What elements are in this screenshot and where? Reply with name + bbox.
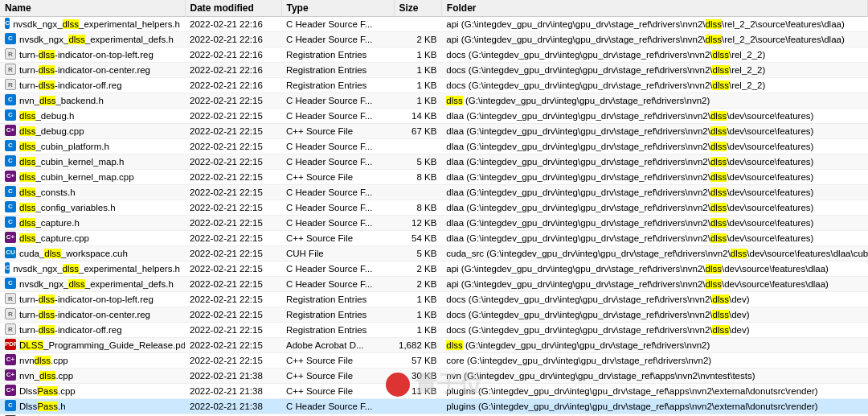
table-row[interactable]: Cnvsdk_ngx_dlss_experimental_defs.h2022-… [0, 277, 868, 292]
size-cell: 5 KB [394, 246, 441, 262]
name-cell: Cnvn_dlss_backend.h [0, 93, 185, 109]
table-row[interactable]: Cdlss_cubin_platform.h2022-02-21 22:15C … [0, 139, 868, 154]
table-row[interactable]: Rturn-dlss-indicator-on-top-left.reg2022… [0, 47, 868, 63]
table-row[interactable]: PDFDLSS_Programming_Guide_Release.pdf202… [0, 338, 868, 353]
type-cell: C Header Source F... [281, 399, 394, 414]
type-cell: C++ Source File [281, 369, 394, 384]
type-cell: C++ Source File [281, 124, 394, 139]
folder-path: core (G:\integdev_gpu_drv\integ\gpu_drv\… [446, 356, 711, 365]
table-row[interactable]: Rturn-dlss-indicator-on-center.reg2022-0… [0, 307, 868, 323]
reg-file-icon: R [5, 79, 16, 90]
folder-cell: dlaa (G:\integdev_gpu_drv\integ\gpu_drv\… [441, 170, 867, 185]
folder-cell: docs (G:\integdev_gpu_drv\integ\gpu_drv\… [441, 47, 867, 63]
filename-text: nvndlss.cpp [19, 356, 68, 365]
filename-text: dlss_capture.cpp [19, 233, 89, 243]
c-file-icon: C [5, 400, 16, 411]
table-row[interactable]: C+nvn_dlss.cpp2022-02-21 21:38C++ Source… [0, 369, 868, 384]
name-cell: Cdlss_config_variables.h [0, 200, 185, 216]
size-cell: 54 KB [394, 231, 441, 246]
folder-path: plugins (G:\integdev_gpu_drv\integ\gpu_d… [446, 402, 817, 411]
table-row[interactable]: Cnvsdk_ngx_dlss_experimental_defs.h2022-… [0, 32, 868, 47]
folder-path: dlaa (G:\integdev_gpu_drv\integ\gpu_drv\… [446, 142, 813, 151]
type-cell: C Header Source F... [281, 216, 394, 231]
folder-cell: api (G:\integdev_gpu_drv\integ\gpu_drv\s… [441, 277, 867, 292]
table-row[interactable]: C+dlss_cubin_kernel_map.cpp2022-02-21 22… [0, 170, 868, 185]
table-row[interactable]: Cnvn_dlss_backend.h2022-02-21 22:15C Hea… [0, 93, 868, 109]
folder-path: dlaa (G:\integdev_gpu_drv\integ\gpu_drv\… [446, 111, 813, 121]
folder-cell: dlss (G:\integdev_gpu_drv\integ\gpu_drv\… [441, 338, 867, 353]
col-size[interactable]: Size [394, 0, 441, 17]
pdf-file-icon: PDF [5, 339, 16, 350]
filename-text: nvn_dlss_backend.h [19, 96, 104, 105]
table-row[interactable]: Cdlss_consts.h2022-02-21 22:15C Header S… [0, 185, 868, 200]
size-cell: 2 KB [394, 277, 441, 292]
filename-text: dlss_cubin_kernel_map.cpp [19, 172, 134, 182]
date-cell: 2022-02-21 22:16 [185, 32, 281, 47]
c-file-icon: C [5, 155, 16, 167]
table-row[interactable]: CUcuda_dlss_workspace.cuh2022-02-21 22:1… [0, 246, 868, 262]
col-name[interactable]: Name [0, 0, 185, 17]
table-row[interactable]: CDlssPass.h2022-02-21 21:38C Header Sour… [0, 399, 868, 414]
name-cell: Cdlss_cubin_kernel_map.h [0, 154, 185, 170]
size-cell [394, 17, 441, 32]
size-cell: 8 KB [394, 170, 441, 185]
filename-text: turn-dlss-indicator-off.reg [19, 80, 122, 90]
table-row[interactable]: Rturn-dlss-indicator-on-center.reg2022-0… [0, 63, 868, 78]
table-row[interactable]: Cdlss_capture.h2022-02-21 22:15C Header … [0, 216, 868, 231]
cpp-file-icon: C+ [5, 385, 16, 396]
date-cell: 2022-02-21 22:15 [185, 323, 281, 338]
table-row[interactable]: C+nvndlss.cpp2022-02-21 22:15C++ Source … [0, 353, 868, 369]
date-cell: 2022-02-21 22:15 [185, 231, 281, 246]
col-type[interactable]: Type [281, 0, 394, 17]
col-folder[interactable]: Folder [441, 0, 867, 17]
type-cell: Registration Entries [281, 63, 394, 78]
size-cell: 1 KB [394, 47, 441, 63]
name-cell: Rturn-dlss-indicator-on-top-left.reg [0, 47, 185, 63]
folder-cell: api (G:\integdev_gpu_drv\integ\gpu_drv\s… [441, 17, 867, 32]
size-cell: 1 KB [394, 292, 441, 307]
folder-cell: docs (G:\integdev_gpu_drv\integ\gpu_drv\… [441, 307, 867, 323]
folder-path: api (G:\integdev_gpu_drv\integ\gpu_drv\s… [446, 19, 844, 29]
table-row[interactable]: Cdlss_debug.h2022-02-21 22:15C Header So… [0, 109, 868, 124]
name-cell: Cdlss_cubin_platform.h [0, 139, 185, 154]
c-file-icon: C [5, 33, 16, 44]
table-row[interactable]: Cnvsdk_ngx_dlss_experimental_helpers.h20… [0, 262, 868, 277]
filename-text: dlss_debug.cpp [19, 126, 84, 136]
folder-cell: docs (G:\integdev_gpu_drv\integ\gpu_drv\… [441, 78, 867, 93]
cpp-file-icon: C+ [5, 232, 16, 243]
folder-cell: cuda_src (G:\integdev_gpu_drv\integ\gpu_… [441, 246, 867, 262]
cpp-file-icon: C+ [5, 369, 16, 381]
filename-text: turn-dlss-indicator-on-top-left.reg [19, 294, 154, 304]
name-cell: C+dlss_capture.cpp [0, 231, 185, 246]
size-cell: 67 KB [394, 124, 441, 139]
size-cell: 57 KB [394, 353, 441, 369]
type-cell: C Header Source F... [281, 277, 394, 292]
folder-cell: nvn (G:\integdev_gpu_drv\integ\gpu_drv\s… [441, 369, 867, 384]
table-row[interactable]: C+dlss_debug.cpp2022-02-21 22:15C++ Sour… [0, 124, 868, 139]
col-date[interactable]: Date modified [185, 0, 281, 17]
date-cell: 2022-02-21 21:38 [185, 399, 281, 414]
folder-path: docs (G:\integdev_gpu_drv\integ\gpu_drv\… [446, 80, 765, 90]
folder-cell: api (G:\integdev_gpu_drv\integ\gpu_drv\s… [441, 32, 867, 47]
table-row[interactable]: C+dlss_capture.cpp2022-02-21 22:15C++ So… [0, 231, 868, 246]
table-row[interactable]: Cdlss_config_variables.h2022-02-21 22:15… [0, 200, 868, 216]
cpp-file-icon: C+ [5, 354, 16, 365]
table-row[interactable]: Rturn-dlss-indicator-on-top-left.reg2022… [0, 292, 868, 307]
table-row[interactable]: C+DlssPass.cpp2022-02-21 21:38C++ Source… [0, 384, 868, 399]
date-cell: 2022-02-21 21:38 [185, 369, 281, 384]
table-row[interactable]: Rturn-dlss-indicator-off.reg2022-02-21 2… [0, 78, 868, 93]
table-row[interactable]: Cdlss_cubin_kernel_map.h2022-02-21 22:15… [0, 154, 868, 170]
folder-cell: dlaa (G:\integdev_gpu_drv\integ\gpu_drv\… [441, 154, 867, 170]
folder-cell: plugins (G:\integdev_gpu_drv\integ\gpu_d… [441, 399, 867, 414]
table-row[interactable]: Rturn-dlss-indicator-off.reg2022-02-21 2… [0, 323, 868, 338]
name-cell: CUcuda_dlss_workspace.cuh [0, 246, 185, 262]
name-cell: Rturn-dlss-indicator-off.reg [0, 78, 185, 93]
folder-path: cuda_src (G:\integdev_gpu_drv\integ\gpu_… [446, 249, 867, 258]
table-row[interactable]: Cnvsdk_ngx_dlss_experimental_helpers.h20… [0, 17, 868, 32]
filename-text: nvsdk_ngx_dlss_experimental_defs.h [19, 279, 174, 289]
size-cell: 30 KB [394, 369, 441, 384]
date-cell: 2022-02-21 22:15 [185, 277, 281, 292]
folder-path: docs (G:\integdev_gpu_drv\integ\gpu_drv\… [446, 65, 765, 75]
type-cell: Registration Entries [281, 323, 394, 338]
folder-cell: dlaa (G:\integdev_gpu_drv\integ\gpu_drv\… [441, 139, 867, 154]
